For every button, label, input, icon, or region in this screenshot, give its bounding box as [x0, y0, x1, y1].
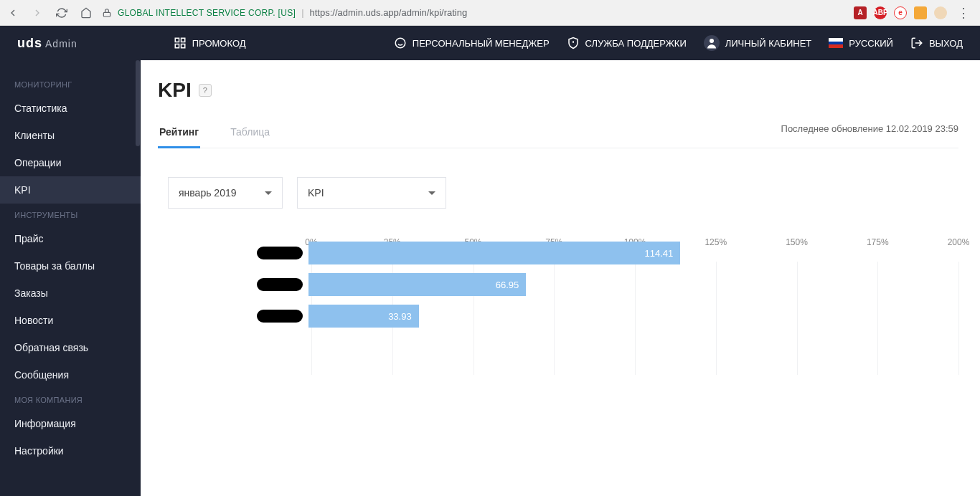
metric-select[interactable]: KPI: [297, 177, 446, 209]
sidebar-item-price[interactable]: Прайс: [0, 225, 141, 252]
scrollbar[interactable]: [136, 60, 140, 146]
lock-icon: [102, 8, 112, 18]
last-updated: Последнее обновление 12.02.2019 23:59: [781, 123, 958, 144]
svg-point-5: [395, 38, 405, 48]
logo[interactable]: udsAdmin: [17, 36, 77, 51]
page-title: KPI: [158, 79, 192, 102]
exit-icon: [910, 37, 923, 49]
sidebar-section-tools: ИНСТРУМЕНТЫ: [0, 204, 141, 225]
menu-icon[interactable]: ⋮: [954, 5, 973, 21]
language-select[interactable]: РУССКИЙ: [829, 38, 893, 49]
bar: 114.41: [308, 242, 680, 264]
forward-icon[interactable]: [32, 7, 43, 19]
cabinet-link[interactable]: ЛИЧНЫЙ КАБИНЕТ: [704, 35, 812, 51]
sidebar-item-info[interactable]: Информация: [0, 410, 141, 437]
svg-rect-4: [181, 44, 184, 48]
home-icon[interactable]: [80, 7, 92, 19]
sidebar-section-monitoring: МОНИТОРИНГ: [0, 73, 141, 95]
headset-icon: [394, 37, 407, 49]
svg-rect-3: [175, 44, 179, 48]
sidebar-item-settings[interactable]: Настройки: [0, 437, 141, 464]
bar: 66.95: [308, 273, 526, 296]
shield-icon: [567, 37, 580, 49]
sidebar-item-clients[interactable]: Клиенты: [0, 122, 141, 149]
exit-button[interactable]: ВЫХОД: [910, 37, 963, 49]
svg-rect-0: [103, 12, 110, 16]
chevron-down-icon: [428, 191, 435, 195]
bar-label: Богда: [158, 279, 308, 290]
sidebar-item-goods[interactable]: Товары за баллы: [0, 252, 141, 280]
pdf-icon[interactable]: A: [854, 6, 867, 19]
bar-row: Паве33.93: [158, 300, 958, 332]
sidebar: МОНИТОРИНГ Статистика Клиенты Операции K…: [0, 60, 141, 496]
tab-rating[interactable]: Рейтинг: [158, 119, 200, 148]
promo-button[interactable]: ПРОМОКОД: [174, 37, 246, 49]
support-link[interactable]: СЛУЖБА ПОДДЕРЖКИ: [567, 37, 687, 49]
bar-label: Ники: [158, 247, 308, 259]
back-icon[interactable]: [7, 7, 19, 19]
svg-rect-2: [181, 38, 184, 42]
sidebar-item-orders[interactable]: Заказы: [0, 280, 141, 307]
personal-manager-link[interactable]: ПЕРСОНАЛЬНЫЙ МЕНЕДЖЕР: [394, 37, 550, 49]
chevron-down-icon: [265, 191, 272, 195]
sidebar-item-kpi[interactable]: KPI: [0, 176, 141, 204]
sidebar-item-feedback[interactable]: Обратная связь: [0, 334, 141, 361]
svg-rect-1: [175, 38, 179, 42]
bar-row: Ники114.41: [158, 237, 958, 269]
bar: 33.93: [308, 305, 419, 328]
profile-icon[interactable]: [934, 6, 947, 19]
page-url: https://admin.uds.app/admin/kpi/rating: [310, 7, 468, 18]
adblock-icon[interactable]: ABP: [874, 6, 887, 19]
org-name: GLOBAL INTELLECT SERVICE CORP. [US]: [118, 8, 296, 18]
address-bar[interactable]: GLOBAL INTELLECT SERVICE CORP. [US] | ht…: [102, 7, 844, 18]
reload-icon[interactable]: [56, 7, 67, 19]
main-content: KPI ? Рейтинг Таблица Последнее обновлен…: [141, 60, 980, 496]
sidebar-item-operations[interactable]: Операции: [0, 149, 141, 176]
tab-table[interactable]: Таблица: [229, 119, 271, 148]
sidebar-item-statistics[interactable]: Статистика: [0, 95, 141, 122]
help-icon[interactable]: ?: [199, 84, 212, 97]
sidebar-item-news[interactable]: Новости: [0, 307, 141, 334]
ext-icon-e[interactable]: e: [894, 6, 907, 19]
svg-point-6: [710, 39, 714, 43]
avatar-icon: [704, 35, 720, 51]
qr-icon: [174, 37, 187, 49]
ext-icon-1[interactable]: [914, 6, 927, 19]
kpi-chart: 0%25%50%75%100%125%150%175%200%Ники114.4…: [158, 237, 958, 424]
sidebar-section-company: МОЯ КОМПАНИЯ: [0, 388, 141, 410]
browser-chrome: GLOBAL INTELLECT SERVICE CORP. [US] | ht…: [0, 0, 980, 26]
app-header: udsAdmin ПРОМОКОД ПЕРСОНАЛЬНЫЙ МЕНЕДЖЕР …: [0, 26, 980, 60]
sidebar-item-messages[interactable]: Сообщения: [0, 361, 141, 388]
flag-icon: [829, 38, 843, 48]
period-select[interactable]: январь 2019: [168, 177, 283, 209]
bar-label: Паве: [158, 310, 308, 322]
extension-icons: A ABP e ⋮: [854, 5, 973, 21]
bar-row: Богда66.95: [158, 269, 958, 300]
